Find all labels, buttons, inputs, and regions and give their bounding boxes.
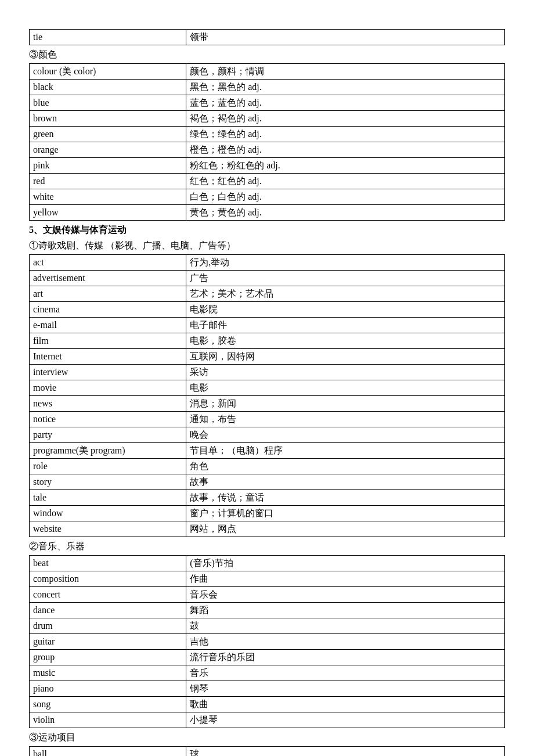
- vocab-table-sports: ball球: [29, 746, 505, 756]
- vocab-english: composition: [30, 571, 186, 587]
- vocab-chinese: 电子邮件: [186, 318, 505, 333]
- vocab-english: cinema: [30, 302, 186, 318]
- vocab-chinese: 广告: [186, 271, 505, 286]
- vocab-english: green: [30, 127, 186, 142]
- table-row: tie领带: [30, 30, 505, 45]
- vocab-chinese: 节目单；（电脑）程序: [186, 443, 505, 459]
- vocab-chinese: 电影院: [186, 302, 505, 318]
- vocab-english: yellow: [30, 205, 186, 221]
- vocab-english: beat: [30, 556, 186, 571]
- subheading-colors: ③颜色: [29, 49, 505, 61]
- vocab-english: pink: [30, 158, 186, 174]
- table-row: drum鼓: [30, 618, 505, 634]
- vocab-english: role: [30, 459, 186, 474]
- vocab-chinese: 角色: [186, 459, 505, 474]
- table-row: music音乐: [30, 665, 505, 681]
- vocab-chinese: 白色；白色的 adj.: [186, 189, 505, 205]
- vocab-chinese: 故事: [186, 474, 505, 490]
- vocab-english: party: [30, 427, 186, 443]
- vocab-english: group: [30, 650, 186, 665]
- vocab-chinese: 消息；新闻: [186, 396, 505, 412]
- vocab-chinese: 晚会: [186, 427, 505, 443]
- vocab-chinese: 橙色；橙色的 adj.: [186, 142, 505, 158]
- vocab-english: tale: [30, 490, 186, 506]
- vocab-english: window: [30, 506, 186, 521]
- table-row: party晚会: [30, 427, 505, 443]
- table-row: news消息；新闻: [30, 396, 505, 412]
- table-row: orange橙色；橙色的 adj.: [30, 142, 505, 158]
- vocab-chinese: 绿色；绿色的 adj.: [186, 127, 505, 142]
- table-row: story故事: [30, 474, 505, 490]
- vocab-chinese: 流行音乐的乐团: [186, 650, 505, 665]
- vocab-english: dance: [30, 603, 186, 618]
- vocab-chinese: 小提琴: [186, 712, 505, 728]
- vocab-english: brown: [30, 111, 186, 127]
- table-row: advertisement广告: [30, 271, 505, 286]
- table-row: yellow黄色；黄色的 adj.: [30, 205, 505, 221]
- table-row: white白色；白色的 adj.: [30, 189, 505, 205]
- vocab-chinese: 歌曲: [186, 697, 505, 712]
- table-row: interview采访: [30, 365, 505, 380]
- vocab-chinese: 窗户；计算机的窗口: [186, 506, 505, 521]
- table-row: website网站，网点: [30, 521, 505, 537]
- vocab-english: website: [30, 521, 186, 537]
- vocab-english: film: [30, 333, 186, 349]
- vocab-english: music: [30, 665, 186, 681]
- vocab-chinese: 鼓: [186, 618, 505, 634]
- vocab-chinese: 舞蹈: [186, 603, 505, 618]
- table-row: movie电影: [30, 380, 505, 396]
- vocab-english: advertisement: [30, 271, 186, 286]
- vocab-chinese: 电影: [186, 380, 505, 396]
- table-row: beat(音乐)节拍: [30, 556, 505, 571]
- vocab-english: news: [30, 396, 186, 412]
- vocab-chinese: 球: [186, 747, 505, 757]
- vocab-english: black: [30, 80, 186, 95]
- vocab-chinese: 褐色；褐色的 adj.: [186, 111, 505, 127]
- vocab-english: blue: [30, 95, 186, 111]
- table-row: piano钢琴: [30, 681, 505, 697]
- vocab-table-media: act行为,举动advertisement广告art艺术；美术；艺术品cinem…: [29, 254, 505, 537]
- table-row: act行为,举动: [30, 255, 505, 271]
- vocab-english: story: [30, 474, 186, 490]
- vocab-chinese: 粉红色；粉红色的 adj.: [186, 158, 505, 174]
- vocab-chinese: 颜色，颜料；情调: [186, 64, 505, 80]
- vocab-chinese: (音乐)节拍: [186, 556, 505, 571]
- vocab-chinese: 钢琴: [186, 681, 505, 697]
- vocab-chinese: 音乐会: [186, 587, 505, 603]
- vocab-english: red: [30, 174, 186, 189]
- vocab-english: interview: [30, 365, 186, 380]
- table-row: guitar吉他: [30, 634, 505, 650]
- section-title-5: 5、文娱传媒与体育运动: [29, 224, 505, 236]
- subheading-music: ②音乐、乐器: [29, 541, 505, 553]
- vocab-chinese: 黑色；黑色的 adj.: [186, 80, 505, 95]
- vocab-chinese: 蓝色；蓝色的 adj.: [186, 95, 505, 111]
- table-row: Internet互联网，因特网: [30, 349, 505, 365]
- vocab-english: violin: [30, 712, 186, 728]
- table-row: group流行音乐的乐团: [30, 650, 505, 665]
- vocab-english: white: [30, 189, 186, 205]
- vocab-table-colors: colour (美 color)颜色，颜料；情调black黑色；黑色的 adj.…: [29, 63, 505, 221]
- vocab-table-music: beat(音乐)节拍composition作曲concert音乐会dance舞蹈…: [29, 555, 505, 728]
- vocab-chinese: 红色；红色的 adj.: [186, 174, 505, 189]
- table-row: ball球: [30, 747, 505, 757]
- vocab-english: song: [30, 697, 186, 712]
- vocab-chinese: 互联网，因特网: [186, 349, 505, 365]
- vocab-chinese: 作曲: [186, 571, 505, 587]
- table-row: film电影，胶卷: [30, 333, 505, 349]
- vocab-english: ball: [30, 747, 186, 757]
- table-row: brown褐色；褐色的 adj.: [30, 111, 505, 127]
- vocab-english: movie: [30, 380, 186, 396]
- table-row: violin小提琴: [30, 712, 505, 728]
- table-row: black黑色；黑色的 adj.: [30, 80, 505, 95]
- vocab-chinese: 音乐: [186, 665, 505, 681]
- vocab-chinese: 电影，胶卷: [186, 333, 505, 349]
- table-row: concert音乐会: [30, 587, 505, 603]
- vocab-chinese: 采访: [186, 365, 505, 380]
- vocab-chinese: 行为,举动: [186, 255, 505, 271]
- table-row: colour (美 color)颜色，颜料；情调: [30, 64, 505, 80]
- vocab-english: drum: [30, 618, 186, 634]
- vocab-chinese: 艺术；美术；艺术品: [186, 286, 505, 302]
- vocab-english: act: [30, 255, 186, 271]
- table-row: cinema电影院: [30, 302, 505, 318]
- subheading-sports: ③运动项目: [29, 732, 505, 744]
